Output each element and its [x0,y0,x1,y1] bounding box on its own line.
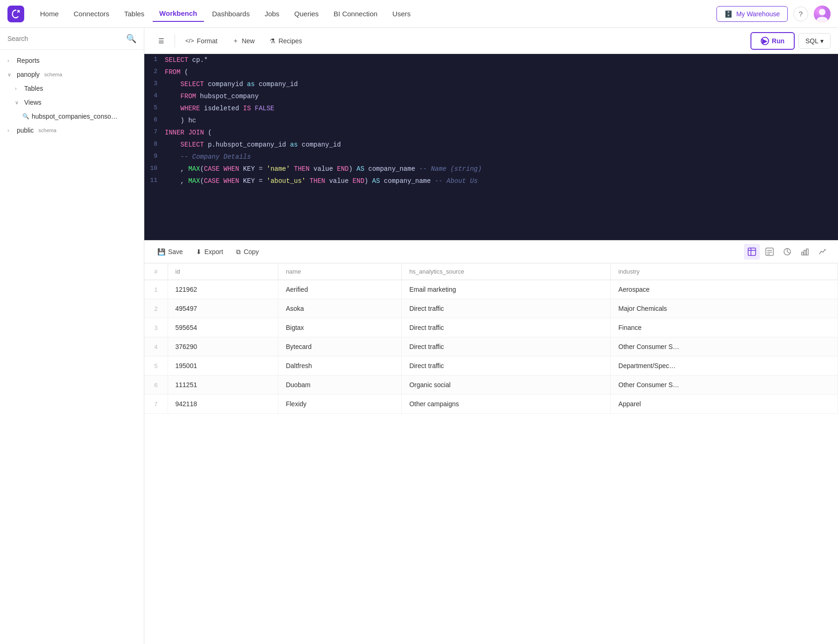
sidebar-item-hubspot[interactable]: 🔍 hubspot_companies_conso… [0,109,144,123]
cell-value: Direct traffic [402,337,611,356]
row-number: 1 [144,280,168,299]
line-code: INNER JOIN ( [165,127,838,139]
warehouse-db-icon: 🗄️ [724,10,732,18]
table-row: 6111251DuobamOrganic socialOther Consume… [144,376,838,395]
recipes-button[interactable]: ⚗ Recipes [263,34,309,48]
copy-button[interactable]: ⧉ Copy [230,245,264,259]
warehouse-label: My Warehouse [736,10,780,18]
line-number: 10 [144,163,165,175]
cell-value: Daltfresh [278,356,401,376]
line-number: 1 [144,54,165,66]
pie-chart-icon[interactable] [779,244,795,260]
nav-right: 🗄️ My Warehouse ? [716,6,831,22]
warehouse-button[interactable]: 🗄️ My Warehouse [716,6,788,22]
cell-value: Other Consumer S… [611,376,838,395]
sql-label: SQL [805,37,818,45]
cell-value: Apparel [611,395,838,414]
chevron-right-icon: › [7,58,14,63]
sidebar-item-label: Reports [17,57,40,64]
cell-value: Direct traffic [402,299,611,318]
list-view-button[interactable]: ☰ [152,34,171,48]
content-area: ☰ </> Format ＋ New ⚗ Recipes ▶ Run [144,28,838,644]
nav-tables[interactable]: Tables [118,6,151,21]
help-button[interactable]: ? [793,7,808,21]
new-button[interactable]: ＋ New [226,34,261,48]
user-avatar[interactable] [814,6,831,22]
line-chart-icon[interactable] [815,244,831,260]
search-input[interactable] [7,35,122,42]
line-number: 6 [144,114,165,127]
data-table-wrapper: # id name hs_analytics_source industry 1… [144,263,838,644]
line-code: SELECT companyid as company_id [165,78,838,90]
col-header-hs-analytics: hs_analytics_source [402,263,611,280]
code-line: 3 SELECT companyid as company_id [144,78,838,90]
save-icon: 💾 [157,248,165,255]
sidebar-item-reports[interactable]: › Reports [0,54,144,67]
cell-value: Direct traffic [402,318,611,337]
code-line: 5 WHERE isdeleted IS FALSE [144,102,838,114]
nav-connectors[interactable]: Connectors [67,6,116,21]
cell-value: Duobam [278,376,401,395]
sidebar-item-panoply[interactable]: ∨ panoply schema [0,67,144,81]
export-label: Export [204,248,223,255]
schema-badge: schema [44,72,62,77]
nav-dashboards[interactable]: Dashboards [206,6,257,21]
cell-value: Finance [611,318,838,337]
col-header-id: id [168,263,278,280]
line-number: 8 [144,139,165,151]
table-view-icon[interactable] [744,244,760,260]
nav-queries[interactable]: Queries [288,6,325,21]
detail-view-icon[interactable] [762,244,777,260]
cell-value: 376290 [168,337,278,356]
col-header-name: name [278,263,401,280]
flask-icon: ⚗ [270,37,276,45]
editor-toolbar: ☰ </> Format ＋ New ⚗ Recipes ▶ Run [144,28,838,54]
cell-value: Bytecard [278,337,401,356]
sidebar-item-tables[interactable]: › Tables [0,81,144,95]
nav-users[interactable]: Users [386,6,417,21]
nav-workbench[interactable]: Workbench [153,6,203,22]
sidebar-item-label: Tables [24,85,43,92]
save-button[interactable]: 💾 Save [152,245,189,258]
sql-dropdown-button[interactable]: SQL ▾ [798,33,831,49]
line-number: 2 [144,66,165,78]
sidebar-item-public[interactable]: › public schema [0,123,144,137]
bar-chart-icon[interactable] [797,244,813,260]
main-layout: 🔍 › Reports ∨ panoply schema › Tables ∨ … [0,28,838,644]
save-label: Save [168,248,183,255]
plus-icon: ＋ [232,37,239,45]
cell-value: Asoka [278,299,401,318]
row-number: 4 [144,337,168,356]
help-icon: ? [799,10,803,18]
table-row: 7942118FlexidyOther campaignsApparel [144,395,838,414]
search-icon[interactable]: 🔍 [126,34,136,44]
svg-rect-12 [804,250,806,255]
chevron-right-icon: › [7,127,14,133]
nav-bi-connection[interactable]: BI Connection [327,6,384,21]
sql-code-editor[interactable]: 1SELECT cp.*2FROM (3 SELECT companyid as… [144,54,838,240]
nav-home[interactable]: Home [34,6,65,21]
line-code: -- Company Details [165,151,838,163]
cell-value: Flexidy [278,395,401,414]
line-code: SELECT cp.* [165,54,838,66]
toolbar-right: ▶ Run SQL ▾ [750,32,831,50]
format-button[interactable]: </> Format [179,34,224,48]
code-line: 1SELECT cp.* [144,54,838,66]
line-code: SELECT p.hubspot_company_id as company_i… [165,139,838,151]
line-number: 11 [144,175,165,187]
sidebar-item-views[interactable]: ∨ Views [0,95,144,109]
code-icon: </> [185,37,194,44]
code-line: 11 , MAX(CASE WHEN KEY = 'about_us' THEN… [144,175,838,187]
cell-value: Organic social [402,376,611,395]
app-logo[interactable] [7,6,24,22]
export-button[interactable]: ⬇ Export [190,245,229,258]
results-area: 💾 Save ⬇ Export ⧉ Copy [144,240,838,644]
code-line: 10 , MAX(CASE WHEN KEY = 'name' THEN val… [144,163,838,175]
cell-value: 111251 [168,376,278,395]
run-button[interactable]: ▶ Run [750,32,795,50]
copy-icon: ⧉ [236,248,241,256]
row-number: 6 [144,376,168,395]
cell-value: Other Consumer S… [611,337,838,356]
chevron-down-icon: ∨ [7,72,14,78]
nav-jobs[interactable]: Jobs [258,6,286,21]
